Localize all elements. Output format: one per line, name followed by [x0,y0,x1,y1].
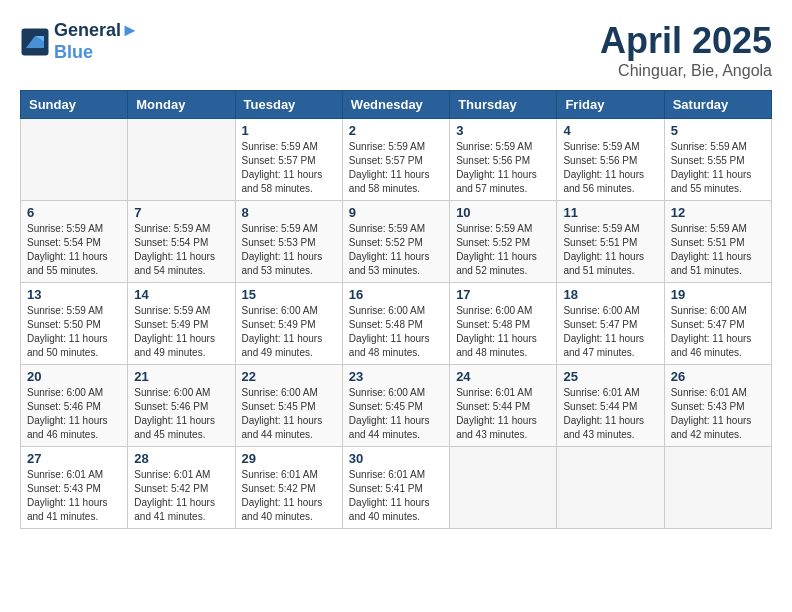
day-info: Sunrise: 6:01 AM Sunset: 5:44 PM Dayligh… [563,386,657,442]
day-info: Sunrise: 5:59 AM Sunset: 5:51 PM Dayligh… [671,222,765,278]
calendar-week-row: 27Sunrise: 6:01 AM Sunset: 5:43 PM Dayli… [21,447,772,529]
calendar-day-cell: 22Sunrise: 6:00 AM Sunset: 5:45 PM Dayli… [235,365,342,447]
calendar-header-cell: Wednesday [342,91,449,119]
day-number: 9 [349,205,443,220]
calendar-day-cell: 13Sunrise: 5:59 AM Sunset: 5:50 PM Dayli… [21,283,128,365]
day-info: Sunrise: 5:59 AM Sunset: 5:49 PM Dayligh… [134,304,228,360]
day-number: 19 [671,287,765,302]
calendar-day-cell: 4Sunrise: 5:59 AM Sunset: 5:56 PM Daylig… [557,119,664,201]
calendar-day-cell: 16Sunrise: 6:00 AM Sunset: 5:48 PM Dayli… [342,283,449,365]
calendar-header-cell: Friday [557,91,664,119]
calendar-day-cell: 27Sunrise: 6:01 AM Sunset: 5:43 PM Dayli… [21,447,128,529]
calendar-day-cell: 8Sunrise: 5:59 AM Sunset: 5:53 PM Daylig… [235,201,342,283]
day-info: Sunrise: 5:59 AM Sunset: 5:57 PM Dayligh… [242,140,336,196]
day-info: Sunrise: 6:00 AM Sunset: 5:46 PM Dayligh… [134,386,228,442]
day-number: 16 [349,287,443,302]
calendar-day-cell: 11Sunrise: 5:59 AM Sunset: 5:51 PM Dayli… [557,201,664,283]
day-info: Sunrise: 5:59 AM Sunset: 5:54 PM Dayligh… [27,222,121,278]
day-number: 14 [134,287,228,302]
calendar-day-cell [557,447,664,529]
calendar-day-cell: 10Sunrise: 5:59 AM Sunset: 5:52 PM Dayli… [450,201,557,283]
day-number: 13 [27,287,121,302]
day-info: Sunrise: 6:00 AM Sunset: 5:45 PM Dayligh… [242,386,336,442]
day-number: 27 [27,451,121,466]
logo: General► Blue [20,20,139,63]
day-number: 22 [242,369,336,384]
day-number: 30 [349,451,443,466]
calendar-day-cell: 20Sunrise: 6:00 AM Sunset: 5:46 PM Dayli… [21,365,128,447]
calendar-day-cell [128,119,235,201]
day-number: 29 [242,451,336,466]
day-info: Sunrise: 5:59 AM Sunset: 5:52 PM Dayligh… [456,222,550,278]
day-number: 3 [456,123,550,138]
day-number: 17 [456,287,550,302]
calendar-day-cell: 14Sunrise: 5:59 AM Sunset: 5:49 PM Dayli… [128,283,235,365]
calendar-day-cell: 12Sunrise: 5:59 AM Sunset: 5:51 PM Dayli… [664,201,771,283]
day-info: Sunrise: 6:00 AM Sunset: 5:47 PM Dayligh… [671,304,765,360]
calendar-day-cell: 1Sunrise: 5:59 AM Sunset: 5:57 PM Daylig… [235,119,342,201]
day-number: 28 [134,451,228,466]
calendar-day-cell: 18Sunrise: 6:00 AM Sunset: 5:47 PM Dayli… [557,283,664,365]
day-number: 1 [242,123,336,138]
day-info: Sunrise: 5:59 AM Sunset: 5:52 PM Dayligh… [349,222,443,278]
logo-text: General► Blue [54,20,139,63]
day-number: 6 [27,205,121,220]
day-info: Sunrise: 6:00 AM Sunset: 5:47 PM Dayligh… [563,304,657,360]
day-info: Sunrise: 6:00 AM Sunset: 5:45 PM Dayligh… [349,386,443,442]
calendar-day-cell: 30Sunrise: 6:01 AM Sunset: 5:41 PM Dayli… [342,447,449,529]
calendar-day-cell: 17Sunrise: 6:00 AM Sunset: 5:48 PM Dayli… [450,283,557,365]
calendar-day-cell: 24Sunrise: 6:01 AM Sunset: 5:44 PM Dayli… [450,365,557,447]
calendar-day-cell: 26Sunrise: 6:01 AM Sunset: 5:43 PM Dayli… [664,365,771,447]
calendar-day-cell: 9Sunrise: 5:59 AM Sunset: 5:52 PM Daylig… [342,201,449,283]
calendar-day-cell: 29Sunrise: 6:01 AM Sunset: 5:42 PM Dayli… [235,447,342,529]
day-info: Sunrise: 6:00 AM Sunset: 5:48 PM Dayligh… [349,304,443,360]
calendar-body: 1Sunrise: 5:59 AM Sunset: 5:57 PM Daylig… [21,119,772,529]
calendar-day-cell [21,119,128,201]
calendar-day-cell: 3Sunrise: 5:59 AM Sunset: 5:56 PM Daylig… [450,119,557,201]
day-number: 8 [242,205,336,220]
day-info: Sunrise: 6:01 AM Sunset: 5:44 PM Dayligh… [456,386,550,442]
day-info: Sunrise: 5:59 AM Sunset: 5:56 PM Dayligh… [563,140,657,196]
calendar-day-cell: 23Sunrise: 6:00 AM Sunset: 5:45 PM Dayli… [342,365,449,447]
calendar-header-cell: Thursday [450,91,557,119]
day-info: Sunrise: 6:00 AM Sunset: 5:46 PM Dayligh… [27,386,121,442]
day-info: Sunrise: 6:01 AM Sunset: 5:41 PM Dayligh… [349,468,443,524]
day-info: Sunrise: 6:01 AM Sunset: 5:43 PM Dayligh… [671,386,765,442]
calendar-day-cell: 7Sunrise: 5:59 AM Sunset: 5:54 PM Daylig… [128,201,235,283]
day-info: Sunrise: 5:59 AM Sunset: 5:56 PM Dayligh… [456,140,550,196]
calendar-day-cell: 28Sunrise: 6:01 AM Sunset: 5:42 PM Dayli… [128,447,235,529]
calendar-week-row: 13Sunrise: 5:59 AM Sunset: 5:50 PM Dayli… [21,283,772,365]
day-info: Sunrise: 5:59 AM Sunset: 5:54 PM Dayligh… [134,222,228,278]
day-info: Sunrise: 5:59 AM Sunset: 5:57 PM Dayligh… [349,140,443,196]
day-number: 11 [563,205,657,220]
calendar-header-cell: Saturday [664,91,771,119]
calendar-header-cell: Sunday [21,91,128,119]
calendar-day-cell: 25Sunrise: 6:01 AM Sunset: 5:44 PM Dayli… [557,365,664,447]
day-number: 5 [671,123,765,138]
day-number: 26 [671,369,765,384]
day-info: Sunrise: 6:01 AM Sunset: 5:43 PM Dayligh… [27,468,121,524]
day-info: Sunrise: 5:59 AM Sunset: 5:53 PM Dayligh… [242,222,336,278]
calendar-week-row: 20Sunrise: 6:00 AM Sunset: 5:46 PM Dayli… [21,365,772,447]
calendar-day-cell: 15Sunrise: 6:00 AM Sunset: 5:49 PM Dayli… [235,283,342,365]
day-number: 23 [349,369,443,384]
day-info: Sunrise: 5:59 AM Sunset: 5:51 PM Dayligh… [563,222,657,278]
day-info: Sunrise: 6:00 AM Sunset: 5:49 PM Dayligh… [242,304,336,360]
calendar-day-cell: 2Sunrise: 5:59 AM Sunset: 5:57 PM Daylig… [342,119,449,201]
day-info: Sunrise: 6:01 AM Sunset: 5:42 PM Dayligh… [134,468,228,524]
calendar-day-cell: 6Sunrise: 5:59 AM Sunset: 5:54 PM Daylig… [21,201,128,283]
day-info: Sunrise: 6:01 AM Sunset: 5:42 PM Dayligh… [242,468,336,524]
day-number: 2 [349,123,443,138]
logo-icon [20,27,50,57]
day-number: 15 [242,287,336,302]
day-info: Sunrise: 6:00 AM Sunset: 5:48 PM Dayligh… [456,304,550,360]
calendar-day-cell: 5Sunrise: 5:59 AM Sunset: 5:55 PM Daylig… [664,119,771,201]
calendar-day-cell [664,447,771,529]
day-number: 25 [563,369,657,384]
calendar-header-cell: Tuesday [235,91,342,119]
day-info: Sunrise: 5:59 AM Sunset: 5:50 PM Dayligh… [27,304,121,360]
calendar-day-cell [450,447,557,529]
day-number: 20 [27,369,121,384]
day-number: 21 [134,369,228,384]
calendar-week-row: 1Sunrise: 5:59 AM Sunset: 5:57 PM Daylig… [21,119,772,201]
